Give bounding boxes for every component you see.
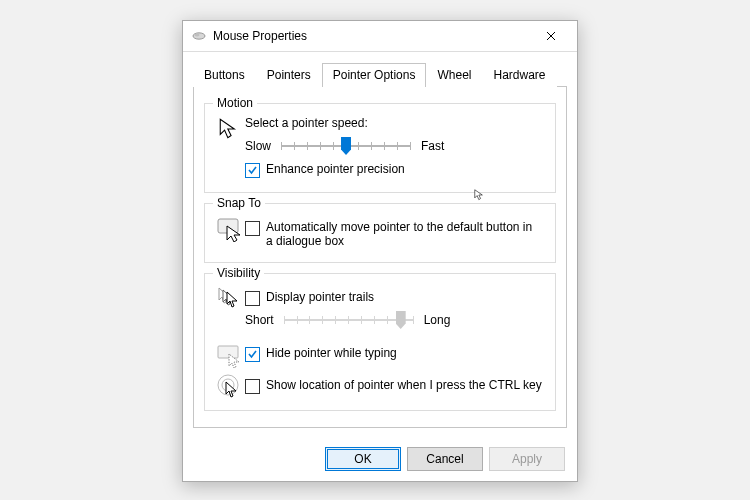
svg-point-0 (193, 33, 205, 39)
tab-pointer-options[interactable]: Pointer Options (322, 63, 427, 87)
hide-pointer-typing-label: Hide pointer while typing (266, 346, 397, 360)
pointer-trails-checkbox[interactable]: Display pointer trails (245, 290, 545, 306)
group-snap-to: Snap To Automatically move pointer to th… (204, 203, 556, 263)
slider-short-label: Short (245, 313, 274, 327)
svg-point-1 (195, 34, 200, 37)
tab-wheel[interactable]: Wheel (426, 63, 482, 87)
tab-buttons[interactable]: Buttons (193, 63, 256, 87)
ok-button[interactable]: OK (325, 447, 401, 471)
pointer-speed-label: Select a pointer speed: (245, 116, 545, 130)
svg-rect-3 (218, 346, 238, 358)
mouse-icon (191, 28, 207, 44)
close-button[interactable] (533, 25, 569, 47)
mouse-properties-window: Mouse Properties Buttons Pointers Pointe… (182, 20, 578, 482)
pointer-speed-icon (215, 116, 245, 142)
ctrl-locate-checkbox[interactable]: Show location of pointer when I press th… (245, 378, 545, 394)
snap-to-default-label: Automatically move pointer to the defaul… (266, 220, 536, 248)
snap-to-icon (215, 216, 245, 242)
titlebar[interactable]: Mouse Properties (183, 21, 577, 52)
apply-button: Apply (489, 447, 565, 471)
tabstrip: Buttons Pointers Pointer Options Wheel H… (193, 62, 567, 86)
pointer-trails-thumb (396, 311, 406, 329)
group-motion: Motion Select a pointer speed: Slow (204, 103, 556, 193)
group-motion-legend: Motion (213, 96, 257, 110)
slider-long-label: Long (424, 313, 451, 327)
pointer-speed-slider[interactable] (281, 136, 411, 156)
window-title: Mouse Properties (213, 29, 533, 43)
pointer-speed-thumb[interactable] (341, 137, 351, 155)
slider-slow-label: Slow (245, 139, 271, 153)
ctrl-locate-label: Show location of pointer when I press th… (266, 378, 542, 392)
enhance-precision-checkbox[interactable]: Enhance pointer precision (245, 162, 545, 178)
ctrl-locate-icon (215, 374, 245, 400)
close-icon (546, 31, 556, 41)
group-visibility-legend: Visibility (213, 266, 264, 280)
tab-hardware[interactable]: Hardware (482, 63, 556, 87)
slider-fast-label: Fast (421, 139, 444, 153)
group-snap-legend: Snap To (213, 196, 265, 210)
hide-pointer-typing-checkbox[interactable]: Hide pointer while typing (245, 346, 545, 362)
tab-pointers[interactable]: Pointers (256, 63, 322, 87)
hide-pointer-icon (215, 342, 245, 368)
pointer-trails-label: Display pointer trails (266, 290, 374, 304)
group-visibility: Visibility Display pointer trails (204, 273, 556, 411)
cancel-button[interactable]: Cancel (407, 447, 483, 471)
tab-page-pointer-options: Motion Select a pointer speed: Slow (193, 86, 567, 428)
snap-to-default-checkbox[interactable]: Automatically move pointer to the defaul… (245, 220, 545, 248)
dialog-footer: OK Cancel Apply (325, 447, 565, 471)
enhance-precision-label: Enhance pointer precision (266, 162, 405, 176)
pointer-trails-slider (284, 310, 414, 330)
pointer-trails-icon (215, 286, 245, 312)
